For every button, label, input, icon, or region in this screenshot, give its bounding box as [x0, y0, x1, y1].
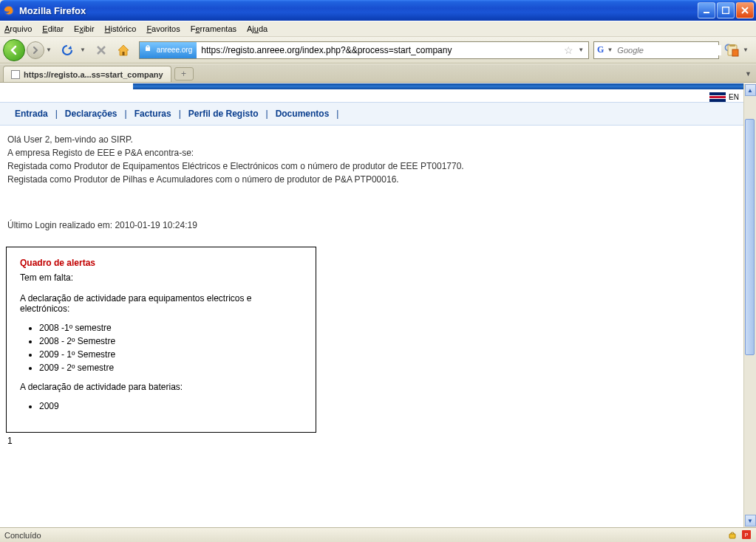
padlock-icon: [144, 44, 154, 56]
clipboard-button[interactable]: [723, 41, 741, 59]
vertical-scrollbar[interactable]: ▲ ▼: [743, 83, 756, 527]
svg-text:P: P: [745, 532, 749, 538]
list-item: 2009 - 1º Semestre: [39, 349, 302, 360]
menu-historico[interactable]: Histórico: [105, 24, 137, 33]
menu-favoritos[interactable]: Favoritos: [146, 24, 180, 33]
pa-registration-text: Registada como Produtor de Pilhas e Acum…: [7, 174, 736, 185]
bookmark-star-icon[interactable]: ☆: [564, 44, 573, 56]
alerts-section1-list: 2008 -1º semestre 2008 - 2º Semestre 200…: [39, 323, 302, 373]
minimize-button[interactable]: [698, 2, 715, 18]
nav-entrada[interactable]: Entrada: [15, 109, 48, 119]
nav-declaracoes[interactable]: Declarações: [65, 109, 118, 119]
scroll-down-button[interactable]: ▼: [745, 515, 756, 526]
menu-ajuda[interactable]: Ajuda: [247, 24, 268, 33]
tab-active[interactable]: https://registo.a...ss=start_company: [3, 66, 171, 82]
secure-lock-icon: [728, 530, 737, 541]
uk-flag-icon[interactable]: [709, 92, 726, 102]
scroll-up-button[interactable]: ▲: [745, 84, 756, 96]
pdf-icon[interactable]: P: [741, 529, 752, 541]
search-input[interactable]: [616, 45, 721, 55]
status-bar: Concluído P: [0, 527, 756, 542]
svg-rect-8: [732, 49, 738, 56]
maximize-button[interactable]: [717, 2, 735, 18]
language-code[interactable]: EN: [729, 93, 739, 101]
footer-number: 1: [0, 436, 743, 446]
alerts-title: Quadro de alertas: [20, 258, 302, 268]
url-dropdown[interactable]: ▼: [578, 47, 584, 53]
site-nav: Entrada| Declarações| Facturas| Perfil d…: [0, 102, 743, 126]
svg-rect-4: [146, 47, 150, 51]
svg-rect-7: [729, 44, 735, 47]
reload-dropdown[interactable]: ▼: [80, 47, 86, 53]
stop-button[interactable]: [93, 42, 109, 58]
status-text: Concluído: [4, 531, 41, 540]
site-identity-label: anreee.org: [157, 46, 192, 54]
page-icon: [11, 70, 20, 79]
page-content: EN Entrada| Declarações| Facturas| Perfi…: [0, 83, 743, 527]
header-stripe: [133, 83, 743, 89]
alerts-panel: Quadro de alertas Tem em falta: A declar…: [6, 247, 316, 433]
svg-rect-2: [723, 7, 729, 14]
nav-history-dropdown[interactable]: ▼: [46, 47, 52, 53]
scroll-track[interactable]: [745, 97, 756, 514]
tab-list-dropdown[interactable]: ▼: [745, 70, 752, 78]
greeting-text: Olá User 2, bem-vindo ao SIRP.: [7, 134, 736, 145]
google-icon: G: [597, 44, 604, 55]
url-bar[interactable]: anreee.org ☆ ▼: [139, 41, 589, 59]
home-button[interactable]: [115, 42, 132, 58]
list-item: 2009 - 2º semestre: [39, 363, 302, 373]
menu-editar[interactable]: Editar: [42, 24, 64, 33]
search-box[interactable]: G ▼: [593, 41, 719, 59]
firefox-icon: [3, 4, 15, 16]
list-item: 2009: [39, 401, 302, 411]
last-login-text: Último Login realizado em: 2010-01-19 10…: [7, 220, 736, 230]
svg-rect-9: [729, 534, 735, 538]
menu-arquivo[interactable]: Arquivo: [4, 24, 32, 33]
toolbar: ▼ ▼ anreee.org ☆ ▼ G ▼: [0, 37, 756, 64]
scroll-thumb[interactable]: [745, 119, 755, 355]
window-title: Mozilla Firefox: [19, 5, 86, 16]
alerts-section2-label: A declaração de actividade para baterias…: [20, 382, 302, 392]
nav-facturas[interactable]: Facturas: [134, 109, 171, 119]
alerts-section2-list: 2009: [39, 401, 302, 411]
window-titlebar: Mozilla Firefox: [0, 0, 756, 21]
close-button[interactable]: [736, 2, 754, 18]
menu-exibir[interactable]: Exibir: [74, 24, 95, 33]
eee-registration-text: Registada como Produtor de Equipamentos …: [7, 161, 736, 171]
alerts-missing-label: Tem em falta:: [20, 272, 302, 283]
tab-bar: https://registo.a...ss=start_company + ▼: [0, 64, 756, 83]
forward-button[interactable]: [27, 41, 44, 59]
search-engine-dropdown[interactable]: ▼: [607, 47, 613, 53]
svg-rect-1: [704, 12, 709, 13]
url-input[interactable]: [197, 45, 564, 55]
nav-perfil[interactable]: Perfil de Registo: [188, 109, 259, 119]
new-tab-button[interactable]: +: [174, 67, 194, 80]
reload-button[interactable]: [59, 42, 75, 58]
list-item: 2008 -1º semestre: [39, 323, 302, 333]
menu-ferramentas[interactable]: Ferramentas: [191, 24, 236, 33]
alerts-section1-label: A declaração de actividade para equipame…: [20, 293, 302, 314]
nav-documentos[interactable]: Documentos: [276, 109, 330, 119]
menubar: Arquivo Editar Exibir Histórico Favorito…: [0, 21, 756, 37]
svg-rect-3: [122, 52, 124, 55]
list-item: 2008 - 2º Semestre: [39, 336, 302, 346]
company-status-intro: A empresa Registo de EEE e P&A encontra-…: [7, 148, 736, 158]
addon-dropdown[interactable]: ▼: [743, 47, 749, 53]
site-identity-badge[interactable]: anreee.org: [140, 42, 197, 58]
tab-title: https://registo.a...ss=start_company: [24, 70, 163, 79]
back-button[interactable]: [3, 39, 25, 61]
